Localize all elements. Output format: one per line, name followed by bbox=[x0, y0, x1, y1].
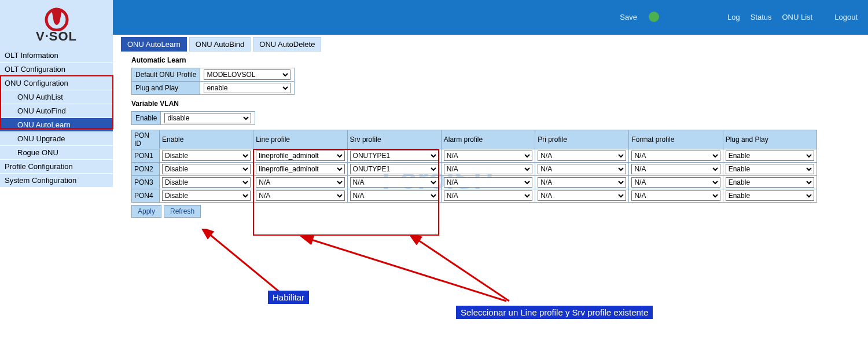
grid-header: PON ID bbox=[132, 130, 160, 149]
grid-header: Plug and Play bbox=[723, 130, 816, 149]
sidebar-item-system-configuration[interactable]: System Configuration bbox=[0, 174, 113, 188]
pon-line-select[interactable]: lineprofile_adminolt bbox=[256, 151, 344, 161]
grid-header: Line profile bbox=[253, 130, 347, 149]
pon-fmt-select[interactable]: N/A bbox=[631, 164, 720, 174]
sidebar-item-onu-upgrade[interactable]: ONU Upgrade bbox=[0, 132, 113, 146]
pon-fmt-select[interactable]: N/A bbox=[631, 177, 720, 188]
sidebar-item-onu-configuration[interactable]: ONU Configuration bbox=[0, 76, 113, 90]
pon-alarm-select[interactable]: N/A bbox=[444, 177, 532, 188]
annotation-habilitar: Habilitar bbox=[268, 291, 309, 304]
brand-logo: V·SOL bbox=[0, 0, 113, 49]
pon-alarm-select[interactable]: N/A bbox=[444, 190, 532, 201]
refresh-button[interactable]: Refresh bbox=[164, 205, 201, 218]
svg-line-1 bbox=[208, 233, 284, 295]
pon-enable-select[interactable]: Disable bbox=[162, 190, 251, 201]
pon-pnp-select[interactable]: Enable bbox=[726, 177, 814, 188]
grid-header: Pri profile bbox=[535, 130, 629, 149]
sidebar-item-rogue-onu[interactable]: Rogue ONU bbox=[0, 146, 113, 160]
auto-learn-label: Default ONU Profile bbox=[132, 68, 200, 82]
logo-icon bbox=[42, 5, 71, 31]
automatic-learn-table: Default ONU ProfileMODELOVSOLPlug and Pl… bbox=[131, 68, 295, 95]
pon-alarm-select[interactable]: N/A bbox=[444, 151, 532, 161]
sidebar-item-profile-configuration[interactable]: Profile Configuration bbox=[0, 160, 113, 174]
pon-enable-select[interactable]: Disable bbox=[162, 164, 251, 174]
sidebar-item-onu-autofind[interactable]: ONU AutoFind bbox=[0, 104, 113, 118]
auto-learn-select[interactable]: MODELOVSOL bbox=[204, 69, 290, 80]
sidebar-item-olt-configuration[interactable]: OLT Configuration bbox=[0, 63, 113, 76]
pon-id-cell: PON4 bbox=[132, 189, 160, 203]
pon-id-cell: PON1 bbox=[132, 149, 160, 163]
pon-pnp-select[interactable]: Enable bbox=[726, 151, 814, 161]
pon-line-select[interactable]: N/A bbox=[256, 190, 344, 201]
grid-header: Format profile bbox=[629, 130, 723, 149]
pon-pri-select[interactable]: N/A bbox=[538, 190, 626, 201]
grid-header: Srv profile bbox=[347, 130, 441, 149]
save-link[interactable]: Save bbox=[620, 13, 637, 21]
pon-pnp-select[interactable]: Enable bbox=[726, 164, 814, 174]
arrow-srv-profile bbox=[388, 234, 538, 316]
sidebar-item-onu-authlist[interactable]: ONU AuthList bbox=[0, 90, 113, 104]
apply-button[interactable]: Apply bbox=[131, 205, 161, 218]
grid-header: Alarm profile bbox=[441, 130, 535, 149]
tab-onu-autobind[interactable]: ONU AutoBind bbox=[189, 37, 251, 52]
top-navbar: Save Log Status ONU List Logout bbox=[113, 0, 868, 35]
pon-pnp-select[interactable]: Enable bbox=[726, 190, 814, 201]
svg-line-3 bbox=[417, 239, 509, 301]
pon-line-select[interactable]: N/A bbox=[256, 177, 344, 188]
pon-srv-select[interactable]: ONUTYPE1 bbox=[350, 164, 439, 174]
pon-fmt-select[interactable]: N/A bbox=[631, 151, 720, 161]
brand-name: V·SOL bbox=[0, 29, 113, 44]
pon-line-select[interactable]: lineprofile_adminolt bbox=[256, 164, 344, 174]
section-automatic-learn: Automatic Learn bbox=[131, 56, 863, 64]
pon-pri-select[interactable]: N/A bbox=[538, 177, 626, 188]
tab-onu-autodelete[interactable]: ONU AutoDelete bbox=[253, 37, 321, 52]
var-vlan-label: Enable bbox=[132, 112, 161, 125]
status-link[interactable]: Status bbox=[751, 13, 772, 21]
pon-enable-select[interactable]: Disable bbox=[162, 151, 251, 161]
logout-link[interactable]: Logout bbox=[834, 13, 858, 21]
grid-header: Enable bbox=[160, 130, 253, 149]
pon-id-cell: PON2 bbox=[132, 163, 160, 176]
pon-pri-select[interactable]: N/A bbox=[538, 164, 626, 174]
auto-learn-label: Plug and Play bbox=[132, 82, 200, 95]
pon-fmt-select[interactable]: N/A bbox=[631, 190, 720, 201]
tab-bar: ONU AutoLearnONU AutoBindONU AutoDelete bbox=[121, 37, 863, 52]
main-area: ONU AutoLearnONU AutoBindONU AutoDelete … bbox=[119, 35, 865, 220]
pon-srv-select[interactable]: ONUTYPE1 bbox=[350, 151, 439, 161]
svg-line-2 bbox=[310, 239, 506, 301]
log-link[interactable]: Log bbox=[727, 13, 740, 21]
pon-id-cell: PON3 bbox=[132, 176, 160, 189]
pon-enable-select[interactable]: Disable bbox=[162, 177, 251, 188]
auto-learn-select[interactable]: enable bbox=[204, 83, 290, 93]
pon-srv-select[interactable]: N/A bbox=[350, 190, 439, 201]
arrow-line-profile bbox=[278, 234, 521, 316]
tab-onu-autolearn[interactable]: ONU AutoLearn bbox=[121, 37, 187, 52]
status-dot bbox=[649, 12, 659, 22]
sidebar-item-olt-information[interactable]: OLT Information bbox=[0, 49, 113, 63]
sidebar: OLT InformationOLT ConfigurationONU Conf… bbox=[0, 49, 113, 188]
pon-srv-select[interactable]: N/A bbox=[350, 177, 439, 188]
annotation-select-profile: Seleccionar un Line profile y Srv profil… bbox=[456, 306, 653, 319]
sidebar-item-onu-autolearn[interactable]: ONU AutoLearn bbox=[0, 118, 113, 132]
var-vlan-select[interactable]: disable bbox=[164, 113, 251, 123]
pon-alarm-select[interactable]: N/A bbox=[444, 164, 532, 174]
section-variable-vlan: Variable VLAN bbox=[131, 100, 863, 108]
pon-grid: PON IDEnableLine profileSrv profileAlarm… bbox=[131, 130, 817, 203]
variable-vlan-table: Enable disable bbox=[131, 111, 255, 125]
pon-pri-select[interactable]: N/A bbox=[538, 151, 626, 161]
onu-list-link[interactable]: ONU List bbox=[782, 13, 813, 21]
